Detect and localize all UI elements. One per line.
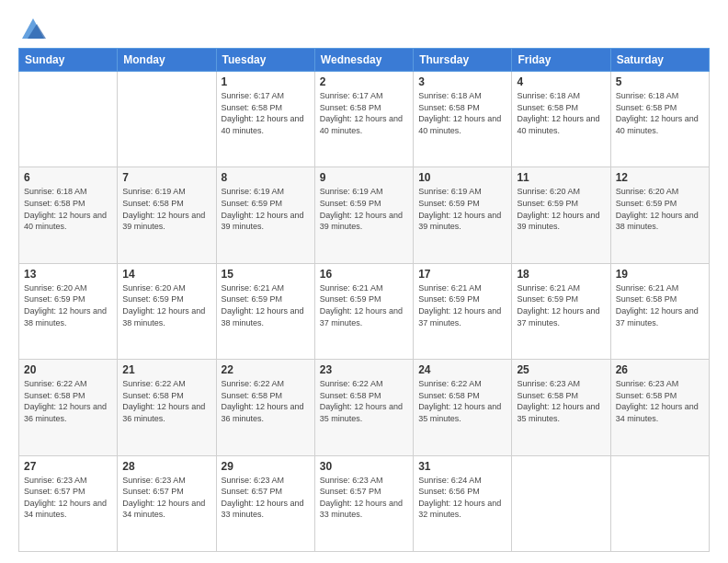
day-cell: 29Sunrise: 6:23 AMSunset: 6:57 PMDayligh…	[216, 455, 314, 551]
weekday-header-wednesday: Wednesday	[314, 49, 413, 72]
weekday-header-tuesday: Tuesday	[216, 49, 314, 72]
day-cell: 1Sunrise: 6:17 AMSunset: 6:58 PMDaylight…	[216, 72, 314, 167]
weekday-header-row: SundayMondayTuesdayWednesdayThursdayFrid…	[19, 49, 710, 72]
day-info: Sunrise: 6:21 AMSunset: 6:59 PMDaylight:…	[222, 282, 310, 328]
week-row-4: 20Sunrise: 6:22 AMSunset: 6:58 PMDayligh…	[19, 360, 710, 455]
weekday-header-sunday: Sunday	[19, 49, 118, 72]
day-cell: 4Sunrise: 6:18 AMSunset: 6:58 PMDaylight…	[512, 72, 610, 167]
weekday-header-saturday: Saturday	[610, 49, 709, 72]
day-cell: 26Sunrise: 6:23 AMSunset: 6:58 PMDayligh…	[610, 360, 709, 455]
day-cell: 19Sunrise: 6:21 AMSunset: 6:58 PMDayligh…	[610, 263, 709, 359]
day-number: 18	[517, 268, 605, 281]
day-cell: 24Sunrise: 6:22 AMSunset: 6:58 PMDayligh…	[414, 360, 512, 455]
day-cell: 5Sunrise: 6:18 AMSunset: 6:58 PMDaylight…	[610, 72, 709, 167]
day-info: Sunrise: 6:23 AMSunset: 6:58 PMDaylight:…	[517, 378, 605, 424]
day-info: Sunrise: 6:21 AMSunset: 6:59 PMDaylight:…	[418, 282, 506, 328]
day-number: 8	[222, 171, 310, 184]
day-cell: 20Sunrise: 6:22 AMSunset: 6:58 PMDayligh…	[19, 360, 118, 455]
day-number: 7	[122, 171, 210, 184]
day-info: Sunrise: 6:23 AMSunset: 6:57 PMDaylight:…	[320, 475, 408, 521]
day-number: 13	[24, 268, 112, 281]
day-number: 5	[616, 75, 704, 88]
day-number: 6	[24, 171, 112, 184]
day-number: 14	[122, 268, 210, 281]
day-number: 16	[320, 268, 408, 281]
day-number: 27	[24, 460, 112, 473]
day-cell: 7Sunrise: 6:19 AMSunset: 6:58 PMDaylight…	[118, 167, 216, 263]
day-info: Sunrise: 6:23 AMSunset: 6:57 PMDaylight:…	[222, 475, 310, 521]
header	[18, 15, 710, 40]
day-cell: 11Sunrise: 6:20 AMSunset: 6:59 PMDayligh…	[512, 167, 610, 263]
day-cell: 3Sunrise: 6:18 AMSunset: 6:58 PMDaylight…	[414, 72, 512, 167]
day-number: 29	[222, 460, 310, 473]
day-cell: 23Sunrise: 6:22 AMSunset: 6:58 PMDayligh…	[314, 360, 413, 455]
day-info: Sunrise: 6:19 AMSunset: 6:59 PMDaylight:…	[222, 186, 310, 232]
day-info: Sunrise: 6:23 AMSunset: 6:57 PMDaylight:…	[24, 475, 112, 521]
day-cell: 14Sunrise: 6:20 AMSunset: 6:59 PMDayligh…	[118, 263, 216, 359]
day-info: Sunrise: 6:22 AMSunset: 6:58 PMDaylight:…	[122, 378, 210, 424]
day-cell: 12Sunrise: 6:20 AMSunset: 6:59 PMDayligh…	[610, 167, 709, 263]
day-cell: 10Sunrise: 6:19 AMSunset: 6:59 PMDayligh…	[414, 167, 512, 263]
day-info: Sunrise: 6:23 AMSunset: 6:58 PMDaylight:…	[616, 378, 704, 424]
day-cell: 16Sunrise: 6:21 AMSunset: 6:59 PMDayligh…	[314, 263, 413, 359]
day-cell	[610, 455, 709, 551]
day-info: Sunrise: 6:21 AMSunset: 6:59 PMDaylight:…	[320, 282, 408, 328]
day-number: 9	[320, 171, 408, 184]
day-number: 15	[222, 268, 310, 281]
day-cell: 21Sunrise: 6:22 AMSunset: 6:58 PMDayligh…	[118, 360, 216, 455]
day-info: Sunrise: 6:24 AMSunset: 6:56 PMDaylight:…	[418, 475, 506, 521]
day-number: 2	[320, 75, 408, 88]
day-cell: 31Sunrise: 6:24 AMSunset: 6:56 PMDayligh…	[414, 455, 512, 551]
day-info: Sunrise: 6:22 AMSunset: 6:58 PMDaylight:…	[418, 378, 506, 424]
day-info: Sunrise: 6:17 AMSunset: 6:58 PMDaylight:…	[320, 90, 408, 136]
day-cell: 8Sunrise: 6:19 AMSunset: 6:59 PMDaylight…	[216, 167, 314, 263]
week-row-2: 6Sunrise: 6:18 AMSunset: 6:58 PMDaylight…	[19, 167, 710, 263]
logo	[18, 15, 46, 40]
day-cell: 15Sunrise: 6:21 AMSunset: 6:59 PMDayligh…	[216, 263, 314, 359]
week-row-5: 27Sunrise: 6:23 AMSunset: 6:57 PMDayligh…	[19, 455, 710, 551]
logo-icon	[20, 15, 46, 40]
day-info: Sunrise: 6:19 AMSunset: 6:58 PMDaylight:…	[122, 186, 210, 232]
day-info: Sunrise: 6:17 AMSunset: 6:58 PMDaylight:…	[222, 90, 310, 136]
day-number: 31	[418, 460, 506, 473]
day-number: 26	[616, 363, 704, 376]
day-number: 23	[320, 363, 408, 376]
day-cell	[118, 72, 216, 167]
weekday-header-friday: Friday	[512, 49, 610, 72]
day-number: 20	[24, 363, 112, 376]
day-info: Sunrise: 6:20 AMSunset: 6:59 PMDaylight:…	[517, 186, 605, 232]
day-number: 28	[122, 460, 210, 473]
day-cell: 30Sunrise: 6:23 AMSunset: 6:57 PMDayligh…	[314, 455, 413, 551]
day-number: 30	[320, 460, 408, 473]
day-info: Sunrise: 6:19 AMSunset: 6:59 PMDaylight:…	[320, 186, 408, 232]
day-number: 24	[418, 363, 506, 376]
day-info: Sunrise: 6:18 AMSunset: 6:58 PMDaylight:…	[24, 186, 112, 232]
day-cell	[512, 455, 610, 551]
day-info: Sunrise: 6:20 AMSunset: 6:59 PMDaylight:…	[616, 186, 704, 232]
week-row-1: 1Sunrise: 6:17 AMSunset: 6:58 PMDaylight…	[19, 72, 710, 167]
day-cell: 9Sunrise: 6:19 AMSunset: 6:59 PMDaylight…	[314, 167, 413, 263]
weekday-header-thursday: Thursday	[414, 49, 512, 72]
day-info: Sunrise: 6:20 AMSunset: 6:59 PMDaylight:…	[24, 282, 112, 328]
day-info: Sunrise: 6:18 AMSunset: 6:58 PMDaylight:…	[418, 90, 506, 136]
day-number: 1	[222, 75, 310, 88]
day-info: Sunrise: 6:23 AMSunset: 6:57 PMDaylight:…	[122, 475, 210, 521]
day-cell: 6Sunrise: 6:18 AMSunset: 6:58 PMDaylight…	[19, 167, 118, 263]
day-cell: 22Sunrise: 6:22 AMSunset: 6:58 PMDayligh…	[216, 360, 314, 455]
day-cell: 18Sunrise: 6:21 AMSunset: 6:59 PMDayligh…	[512, 263, 610, 359]
day-number: 22	[222, 363, 310, 376]
day-info: Sunrise: 6:21 AMSunset: 6:58 PMDaylight:…	[616, 282, 704, 328]
day-info: Sunrise: 6:18 AMSunset: 6:58 PMDaylight:…	[517, 90, 605, 136]
day-cell	[19, 72, 118, 167]
day-info: Sunrise: 6:22 AMSunset: 6:58 PMDaylight:…	[24, 378, 112, 424]
day-number: 25	[517, 363, 605, 376]
day-number: 3	[418, 75, 506, 88]
day-info: Sunrise: 6:20 AMSunset: 6:59 PMDaylight:…	[122, 282, 210, 328]
weekday-header-monday: Monday	[118, 49, 216, 72]
calendar-page: SundayMondayTuesdayWednesdayThursdayFrid…	[0, 0, 728, 563]
day-info: Sunrise: 6:22 AMSunset: 6:58 PMDaylight:…	[320, 378, 408, 424]
day-number: 19	[616, 268, 704, 281]
day-number: 12	[616, 171, 704, 184]
day-cell: 28Sunrise: 6:23 AMSunset: 6:57 PMDayligh…	[118, 455, 216, 551]
day-cell: 13Sunrise: 6:20 AMSunset: 6:59 PMDayligh…	[19, 263, 118, 359]
